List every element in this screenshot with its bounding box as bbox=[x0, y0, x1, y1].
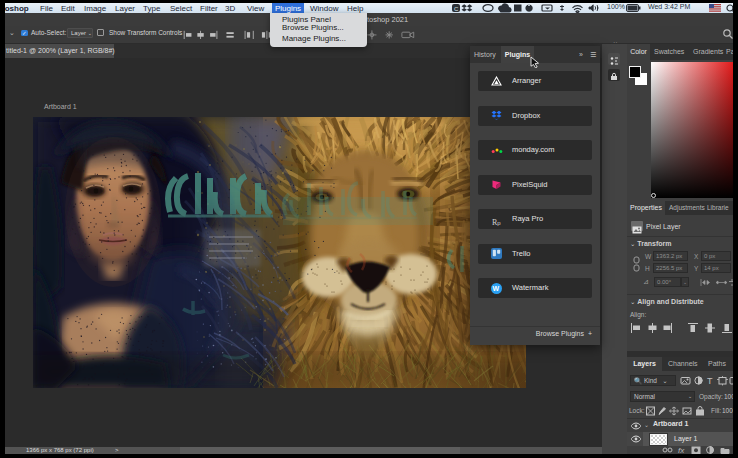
svg-text:T: T bbox=[707, 376, 713, 386]
svg-text:fx: fx bbox=[678, 446, 685, 454]
svg-text:W: W bbox=[493, 285, 500, 292]
svg-text:C: C bbox=[454, 6, 459, 12]
